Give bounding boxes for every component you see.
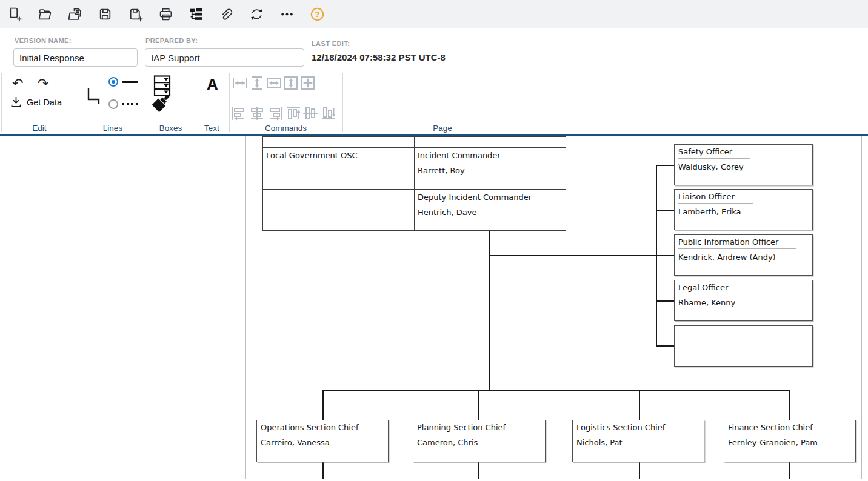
connector-sections-bar bbox=[322, 390, 790, 391]
org-box-liaison-officer[interactable]: Liaison Officer Lamberth, Erika bbox=[674, 189, 813, 230]
ribbon-separator bbox=[542, 73, 543, 132]
org-chart-canvas: Local Government OSC Incident Commander … bbox=[0, 136, 868, 481]
open-folder-icon[interactable] bbox=[37, 7, 52, 22]
connector-officer-stub bbox=[656, 255, 674, 256]
box-title: Incident Commander bbox=[418, 150, 519, 162]
undo-button[interactable]: ↶ bbox=[12, 77, 23, 90]
connector-officer-branch bbox=[489, 255, 657, 256]
org-box-operations-section-chief[interactable]: Operations Section Chief Carreiro, Vanes… bbox=[256, 420, 389, 462]
box-title: Safety Officer bbox=[678, 146, 750, 159]
align-left-icon[interactable] bbox=[231, 106, 247, 121]
group-label-lines: Lines bbox=[79, 124, 147, 133]
prepared-by-input[interactable] bbox=[145, 48, 304, 67]
refresh-icon[interactable] bbox=[249, 7, 264, 22]
align-middle-icon[interactable] bbox=[302, 106, 318, 121]
org-chart-icon[interactable] bbox=[189, 7, 204, 22]
group-label-commands: Commands bbox=[229, 124, 342, 133]
solid-line-sample bbox=[122, 81, 138, 83]
connector-officer-stub bbox=[656, 210, 674, 211]
dotted-line-sample bbox=[122, 103, 138, 105]
solid-line-radio[interactable] bbox=[109, 77, 118, 87]
page-right-border bbox=[861, 136, 862, 479]
box-name: Hentrich, Dave bbox=[418, 208, 562, 217]
format-brush-icon[interactable] bbox=[148, 89, 172, 113]
org-box-safety-officer[interactable]: Safety Officer Waldusky, Corey bbox=[674, 144, 813, 185]
align-top-icon[interactable] bbox=[285, 106, 301, 121]
group-label-page: Page bbox=[342, 124, 542, 133]
org-box-legal-officer[interactable]: Legal Officer Rhame, Kenny bbox=[674, 280, 813, 321]
ribbon: ↶ ↷ Get Data Edit Lines Boxes A Text bbox=[0, 70, 868, 136]
last-edit-label: LAST EDIT: bbox=[312, 40, 350, 47]
save-as-icon[interactable] bbox=[128, 7, 143, 22]
save-icon[interactable] bbox=[98, 7, 113, 22]
box-title: Liaison Officer bbox=[678, 191, 753, 204]
version-name-label: VERSION NAME: bbox=[15, 37, 72, 44]
box-name: Waldusky, Corey bbox=[678, 162, 809, 171]
box-name: Lamberth, Erika bbox=[678, 207, 809, 216]
box-title: Local Government OSC bbox=[266, 150, 376, 162]
box-title: Operations Section Chief bbox=[261, 422, 377, 434]
elbow-line-icon[interactable] bbox=[86, 86, 104, 105]
org-box-empty[interactable] bbox=[674, 325, 813, 367]
download-icon bbox=[10, 96, 22, 108]
box-title: Planning Section Chief bbox=[417, 422, 524, 434]
match-width-icon[interactable] bbox=[232, 76, 248, 90]
box-name: Carreiro, Vanessa bbox=[261, 438, 384, 447]
help-icon[interactable]: ? bbox=[310, 7, 325, 22]
group-label-boxes: Boxes bbox=[147, 124, 195, 133]
box-title: Finance Section Chief bbox=[728, 422, 831, 434]
box-name: Barrett, Roy bbox=[418, 166, 562, 175]
org-box-finance-section-chief[interactable]: Finance Section Chief Fernley-Granoien, … bbox=[724, 420, 856, 462]
connector-below-section bbox=[322, 462, 324, 479]
connector-officer-stub bbox=[656, 345, 674, 347]
last-edit-value: 12/18/2024 07:58:32 PST UTC-8 bbox=[312, 52, 446, 62]
box-name: Nichols, Pat bbox=[576, 438, 700, 447]
org-cell-local-government-osc[interactable]: Local Government OSC bbox=[263, 148, 413, 167]
get-data-label: Get Data bbox=[27, 98, 62, 107]
connector-below-section bbox=[639, 462, 640, 479]
top-toolbar: ? bbox=[0, 0, 868, 28]
print-icon[interactable] bbox=[158, 7, 173, 22]
org-cell-incident-commander[interactable]: Incident Commander Barrett, Roy bbox=[415, 148, 565, 176]
connector-section-stub bbox=[789, 390, 790, 420]
document-info-bar: VERSION NAME: PREPARED BY: LAST EDIT: 12… bbox=[0, 28, 868, 70]
dotted-line-radio[interactable] bbox=[109, 99, 118, 109]
redo-button[interactable]: ↷ bbox=[38, 77, 48, 90]
connector-officer-stub bbox=[656, 300, 674, 302]
box-title: Public Information Officer bbox=[678, 236, 796, 249]
align-center-icon[interactable] bbox=[249, 106, 265, 121]
get-data-button[interactable]: Get Data bbox=[10, 96, 62, 108]
group-label-text: Text bbox=[195, 124, 229, 133]
box-title: Legal Officer bbox=[678, 282, 746, 294]
org-box-logistics-section-chief[interactable]: Logistics Section Chief Nichols, Pat bbox=[572, 420, 704, 462]
canvas-bottom-border bbox=[0, 479, 868, 479]
more-icon[interactable] bbox=[279, 7, 295, 22]
box-name: Rhame, Kenny bbox=[678, 298, 809, 307]
align-bottom-icon[interactable] bbox=[321, 106, 336, 121]
connector-below-section bbox=[478, 462, 479, 479]
box-name: Kendrick, Andrew (Andy) bbox=[678, 253, 809, 262]
org-box-planning-section-chief[interactable]: Planning Section Chief Cameron, Chris bbox=[413, 420, 546, 462]
org-box-public-information-officer[interactable]: Public Information Officer Kendrick, And… bbox=[674, 234, 813, 276]
text-format-button[interactable]: A bbox=[207, 75, 218, 94]
page-left-border bbox=[245, 136, 246, 479]
attachment-icon[interactable] bbox=[219, 7, 234, 22]
connector-section-stub bbox=[478, 390, 479, 420]
command-table[interactable]: Local Government OSC Incident Commander … bbox=[262, 136, 566, 231]
version-name-input[interactable] bbox=[13, 48, 138, 67]
connector-officer-stub bbox=[656, 165, 674, 166]
new-file-icon[interactable] bbox=[7, 7, 22, 22]
match-height-icon[interactable] bbox=[249, 76, 265, 90]
expand-both-icon[interactable] bbox=[300, 76, 316, 90]
expand-height-icon[interactable] bbox=[283, 76, 299, 90]
box-name: Cameron, Chris bbox=[417, 438, 541, 447]
open-file-icon[interactable] bbox=[67, 7, 82, 22]
prepared-by-label: PREPARED BY: bbox=[145, 37, 198, 44]
box-name: Fernley-Granoien, Pam bbox=[728, 438, 852, 447]
org-cell-deputy-incident-commander[interactable]: Deputy Incident Commander Hentrich, Dave bbox=[415, 190, 565, 218]
expand-width-icon[interactable] bbox=[266, 76, 282, 90]
align-right-icon[interactable] bbox=[267, 106, 283, 121]
svg-text:?: ? bbox=[315, 10, 319, 19]
box-title: Logistics Section Chief bbox=[576, 422, 683, 434]
box-title: Deputy Incident Commander bbox=[418, 191, 550, 204]
